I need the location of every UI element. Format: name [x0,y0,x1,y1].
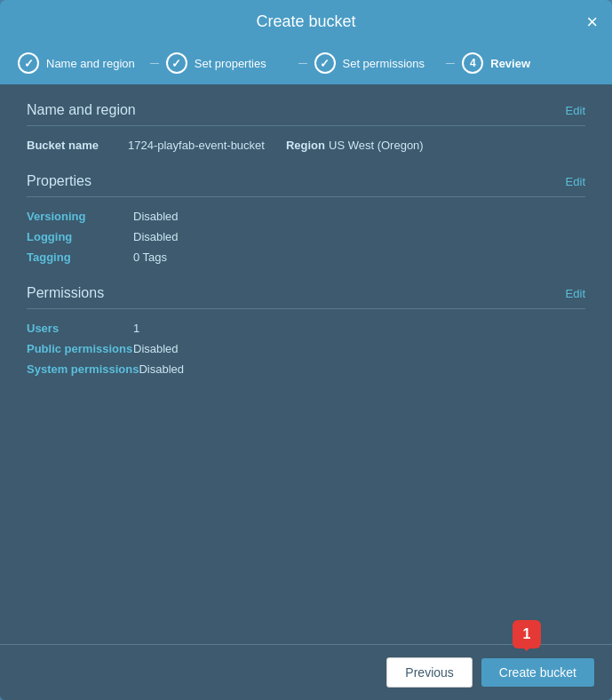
prop-value-tagging: 0 Tags [133,251,167,264]
prop-label-public-permissions: Public permissions [27,342,133,355]
step-set-permissions: Set permissions [314,52,447,74]
prop-value-users: 1 [133,322,139,335]
create-bucket-modal: Create bucket × Name and region Set prop… [0,0,612,700]
section-properties: Properties Edit Versioning Disabled Logg… [27,173,585,264]
prop-row-users: Users 1 [27,322,585,335]
bucket-info-row: Bucket name 1724-playfab-event-bucket Re… [27,139,585,152]
prop-row-tagging: Tagging 0 Tags [27,251,585,264]
stepper: Name and region Set properties Set permi… [0,44,612,84]
prop-value-system-permissions: Disabled [139,362,184,376]
prop-label-logging: Logging [27,230,133,243]
modal-header: Create bucket × [0,0,612,44]
edit-link-permissions[interactable]: Edit [566,287,585,300]
section-header-permissions: Permissions Edit [27,285,585,309]
prop-value-logging: Disabled [133,230,179,243]
modal-body: Name and region Edit Bucket name 1724-pl… [0,84,612,644]
previous-button[interactable]: Previous [386,657,472,688]
step-icon-review: 4 [462,52,483,74]
prop-value-versioning: Disabled [133,210,179,223]
section-header-properties: Properties Edit [27,173,585,197]
step-label-set-properties: Set properties [195,57,266,70]
section-permissions: Permissions Edit Users 1 Public permissi… [27,285,585,376]
step-icon-set-properties [166,52,187,74]
edit-link-name-region[interactable]: Edit [566,104,585,117]
prop-label-system-permissions: System permissions [27,362,139,376]
close-button[interactable]: × [586,12,598,32]
step-label-review: Review [490,57,530,70]
region-label: Region [286,139,325,152]
step-icon-name-region [18,52,39,74]
region-value: US West (Oregon) [329,139,424,152]
section-name-region: Name and region Edit Bucket name 1724-pl… [27,102,585,152]
badge-count: 1 [513,620,541,648]
prop-value-public-permissions: Disabled [133,342,179,355]
prop-label-tagging: Tagging [27,251,133,264]
step-name-region: Name and region [18,52,150,74]
prop-row-logging: Logging Disabled [27,230,585,243]
prop-row-public-permissions: Public permissions Disabled [27,342,585,355]
bucket-name-value: 1724-playfab-event-bucket [128,139,265,152]
step-review: 4 Review [462,52,594,74]
prop-row-versioning: Versioning Disabled [27,210,585,223]
section-title-permissions: Permissions [27,285,104,301]
prop-row-system-permissions: System permissions Disabled [27,362,585,376]
create-bucket-button[interactable]: Create bucket [481,658,594,687]
section-header-name-region: Name and region Edit [27,102,585,126]
modal-title: Create bucket [256,12,355,31]
prop-label-users: Users [27,322,133,335]
step-label-name-region: Name and region [46,57,135,70]
prop-label-versioning: Versioning [27,210,133,223]
step-icon-set-permissions [314,52,336,74]
modal-footer: 1 Previous Create bucket [0,644,612,700]
section-title-name-region: Name and region [27,102,136,118]
edit-link-properties[interactable]: Edit [566,175,585,188]
section-title-properties: Properties [27,173,91,189]
step-label-set-permissions: Set permissions [343,57,425,70]
bucket-name-label: Bucket name [27,139,124,152]
step-set-properties: Set properties [166,52,298,74]
